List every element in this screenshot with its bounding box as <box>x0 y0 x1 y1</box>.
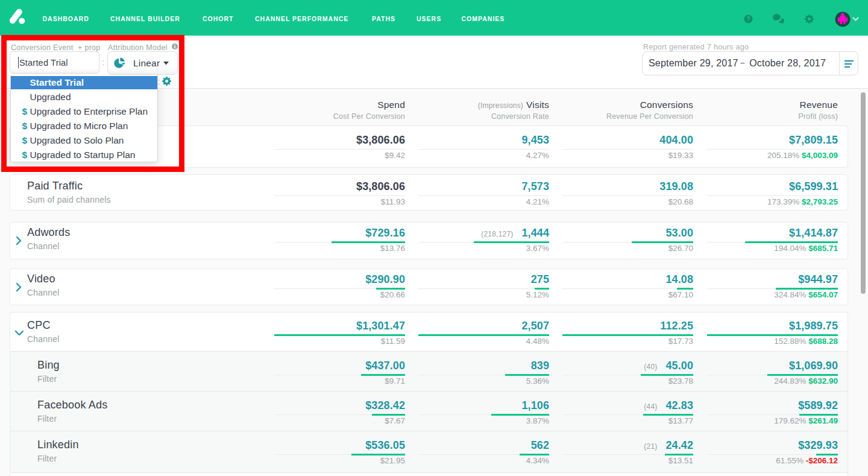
svg-text:?: ? <box>746 15 750 22</box>
